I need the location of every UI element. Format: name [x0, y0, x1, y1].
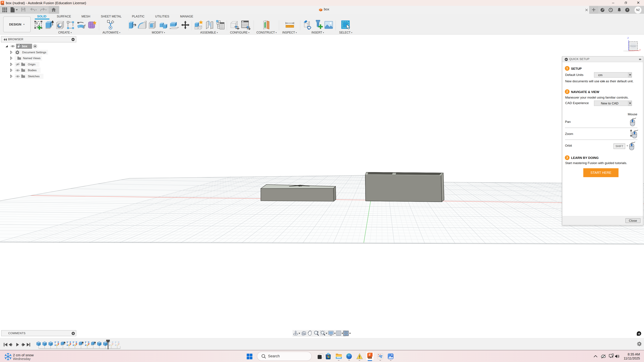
- svg-text:FUS: FUS: [368, 357, 371, 359]
- svg-text:FRONT: FRONT: [630, 45, 637, 47]
- svg-text:?: ?: [626, 8, 628, 11]
- svg-text:F: F: [2, 1, 3, 4]
- svg-text:FUS: FUS: [2, 4, 4, 5]
- svg-text:F: F: [369, 353, 371, 357]
